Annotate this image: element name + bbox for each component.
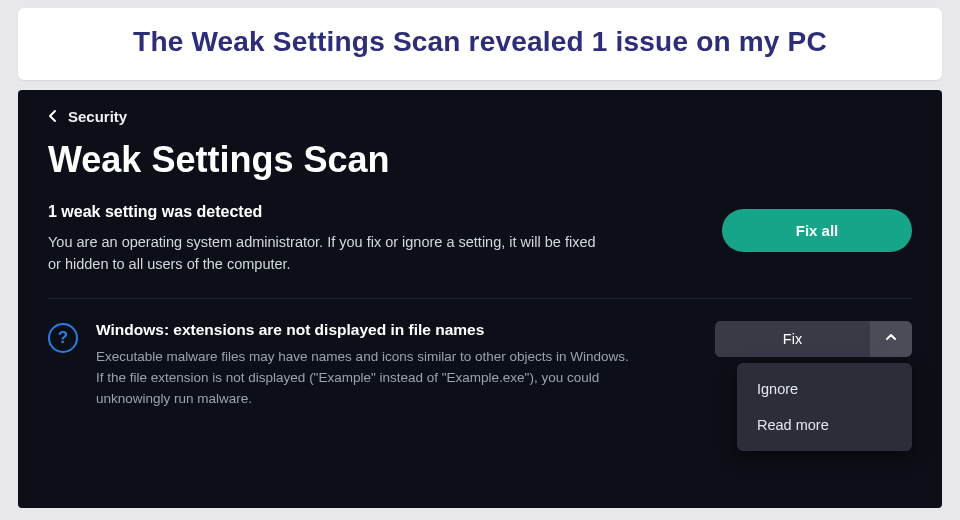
issue-row: ? Windows: extensions are not displayed … <box>48 299 912 451</box>
fix-menu-toggle[interactable] <box>870 321 912 357</box>
fix-dropdown-menu: Ignore Read more <box>737 363 912 451</box>
summary-body: You are an operating system administrato… <box>48 231 608 276</box>
issue-description: Executable malware files may have names … <box>96 347 636 410</box>
fix-split-button: Fix <box>715 321 912 357</box>
app-window: Security Weak Settings Scan 1 weak setti… <box>18 90 942 508</box>
issue-title: Windows: extensions are not displayed in… <box>96 321 684 339</box>
issue-body: Windows: extensions are not displayed in… <box>96 321 684 410</box>
summary-text: 1 weak setting was detected You are an o… <box>48 203 608 276</box>
menu-item-ignore[interactable]: Ignore <box>737 371 912 407</box>
summary-heading: 1 weak setting was detected <box>48 203 608 221</box>
article-caption: The Weak Settings Scan revealed 1 issue … <box>18 8 942 80</box>
breadcrumb-parent[interactable]: Security <box>68 108 127 125</box>
page-title: Weak Settings Scan <box>48 139 912 181</box>
menu-item-read-more[interactable]: Read more <box>737 407 912 443</box>
caption-heading: The Weak Settings Scan revealed 1 issue … <box>38 26 922 58</box>
breadcrumb[interactable]: Security <box>48 108 912 125</box>
summary-row: 1 weak setting was detected You are an o… <box>48 203 912 299</box>
chevron-up-icon <box>885 331 897 346</box>
fix-all-button[interactable]: Fix all <box>722 209 912 252</box>
chevron-left-icon <box>48 109 58 125</box>
fix-button[interactable]: Fix <box>715 321 870 357</box>
issue-actions: Fix Ignore Read more <box>702 321 912 451</box>
question-icon: ? <box>48 323 78 353</box>
